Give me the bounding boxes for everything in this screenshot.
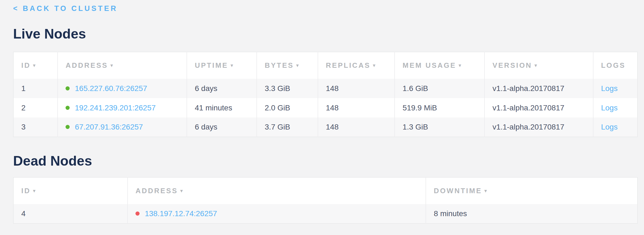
column-header-downtime[interactable]: DOWNTIME▾: [426, 177, 637, 204]
column-header-uptime[interactable]: UPTIME▾: [187, 52, 257, 79]
cell-replicas: 148: [318, 98, 395, 118]
cell-version: v1.1-alpha.20170817: [485, 118, 593, 137]
sort-arrow-icon: ▾: [33, 63, 36, 68]
cell-version: v1.1-alpha.20170817: [485, 98, 593, 118]
sort-arrow-icon: ▾: [534, 63, 537, 68]
column-header-replicas[interactable]: REPLICAS▾: [318, 52, 395, 79]
column-header-mem-usage[interactable]: MEM USAGE▾: [395, 52, 485, 79]
column-header-id[interactable]: ID▾: [13, 52, 58, 79]
table-row: 2 192.241.239.201:26257 41 minutes 2.0 G…: [13, 98, 637, 118]
live-nodes-table: ID▾ ADDRESS▾ UPTIME▾ BYTES▾ REPLICAS▾ ME…: [13, 52, 638, 137]
column-header-address[interactable]: ADDRESS▾: [58, 52, 187, 79]
cell-logs: Logs: [593, 98, 637, 118]
node-address-link[interactable]: 67.207.91.36:26257: [75, 123, 143, 131]
back-to-cluster-link[interactable]: < BACK TO CLUSTER: [13, 4, 118, 13]
cell-id: 2: [13, 98, 58, 118]
dead-nodes-title: Dead Nodes: [13, 154, 638, 168]
sort-arrow-icon: ▾: [373, 63, 376, 68]
column-header-label: ID: [21, 187, 31, 195]
table-row: 4 138.197.12.74:26257 8 minutes: [13, 204, 637, 224]
logs-link[interactable]: Logs: [601, 84, 618, 93]
sort-arrow-icon: ▾: [33, 188, 36, 193]
live-status-icon: [66, 86, 70, 90]
cell-uptime: 6 days: [187, 118, 257, 137]
cell-address: 138.197.12.74:26257: [128, 204, 426, 224]
live-status-icon: [66, 125, 70, 129]
cell-address: 192.241.239.201:26257: [58, 98, 187, 118]
cell-replicas: 148: [318, 79, 395, 98]
cell-mem-usage: 1.3 GiB: [395, 118, 485, 137]
cell-downtime: 8 minutes: [426, 204, 637, 224]
cell-uptime: 6 days: [187, 79, 257, 98]
cell-id: 3: [13, 118, 58, 137]
column-header-label: VERSION: [492, 61, 532, 69]
cell-mem-usage: 519.9 MiB: [395, 98, 485, 118]
node-address-link[interactable]: 192.241.239.201:26257: [75, 104, 156, 112]
table-row: 1 165.227.60.76:26257 6 days 3.3 GiB 148…: [13, 79, 637, 98]
logs-link[interactable]: Logs: [601, 123, 618, 131]
cell-version: v1.1-alpha.20170817: [485, 79, 593, 98]
column-header-version[interactable]: VERSION▾: [485, 52, 593, 79]
cell-id: 1: [13, 79, 58, 98]
cell-logs: Logs: [593, 79, 637, 98]
sort-arrow-icon: ▾: [296, 63, 299, 68]
column-header-label: MEM USAGE: [403, 61, 456, 69]
cell-uptime: 41 minutes: [187, 98, 257, 118]
column-header-bytes[interactable]: BYTES▾: [257, 52, 318, 79]
column-header-label: LOGS: [601, 61, 626, 69]
column-header-logs: LOGS: [593, 52, 637, 79]
cell-bytes: 2.0 GiB: [257, 98, 318, 118]
dead-nodes-table: ID▾ ADDRESS▾ DOWNTIME▾ 4 138.197.12.74:2…: [13, 177, 638, 224]
column-header-label: UPTIME: [195, 61, 228, 69]
column-header-id[interactable]: ID▾: [13, 177, 128, 204]
column-header-label: ADDRESS: [66, 61, 108, 69]
dead-status-icon: [135, 212, 140, 216]
column-header-address[interactable]: ADDRESS▾: [128, 177, 426, 204]
live-nodes-title: Live Nodes: [13, 27, 638, 41]
node-address-link[interactable]: 138.197.12.74:26257: [145, 209, 217, 218]
sort-arrow-icon: ▾: [231, 63, 233, 68]
sort-arrow-icon: ▾: [180, 188, 183, 193]
dead-header-row: ID▾ ADDRESS▾ DOWNTIME▾: [13, 177, 637, 204]
live-status-icon: [66, 106, 70, 110]
sort-arrow-icon: ▾: [110, 63, 113, 68]
cell-replicas: 148: [318, 118, 395, 137]
node-address-link[interactable]: 165.227.60.76:26257: [75, 84, 147, 93]
column-header-label: DOWNTIME: [434, 187, 482, 195]
cell-id: 4: [13, 204, 128, 224]
column-header-label: REPLICAS: [326, 61, 370, 69]
cell-address: 67.207.91.36:26257: [58, 118, 187, 137]
sort-arrow-icon: ▾: [459, 63, 461, 68]
cell-logs: Logs: [593, 118, 637, 137]
cell-address: 165.227.60.76:26257: [58, 79, 187, 98]
column-header-label: ADDRESS: [135, 187, 178, 195]
column-header-label: ID: [21, 61, 31, 69]
cell-bytes: 3.3 GiB: [257, 79, 318, 98]
live-header-row: ID▾ ADDRESS▾ UPTIME▾ BYTES▾ REPLICAS▾ ME…: [13, 52, 637, 79]
sort-arrow-icon: ▾: [485, 188, 487, 193]
cell-mem-usage: 1.6 GiB: [395, 79, 485, 98]
table-row: 3 67.207.91.36:26257 6 days 3.7 GiB 148 …: [13, 118, 637, 137]
column-header-label: BYTES: [265, 61, 294, 69]
nodes-page: < BACK TO CLUSTER Live Nodes ID▾ ADDRESS…: [13, 0, 638, 224]
cell-bytes: 3.7 GiB: [257, 118, 318, 137]
logs-link[interactable]: Logs: [601, 104, 618, 112]
